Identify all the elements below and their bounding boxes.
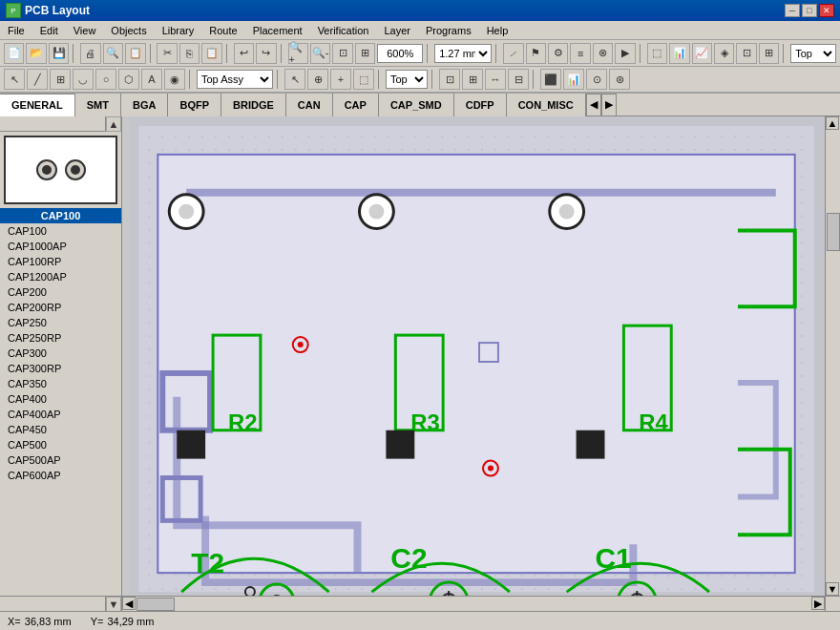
unit-dropdown[interactable]: 1.27 mm 0.635 mm 1.00 mm [434,44,492,63]
menu-edit[interactable]: Edit [32,23,66,38]
menu-route[interactable]: Route [201,23,244,38]
h-scroll-thumb[interactable] [136,598,175,611]
list-item[interactable]: CAP1200AP [0,269,121,284]
scroll-down-button[interactable]: ▼ [826,582,839,596]
arc-button[interactable]: ◡ [73,69,94,90]
menu-objects[interactable]: Objects [103,23,154,38]
poly-button[interactable]: ⬡ [118,69,139,90]
move-button[interactable]: ⊕ [307,69,328,90]
tab-bqfp[interactable]: BQFP [168,94,221,116]
stats-button[interactable]: 📊 [669,43,689,64]
list-item[interactable]: CAP300RP [0,361,121,376]
list-item[interactable]: CAP200 [0,284,121,300]
snap-button[interactable]: ⊡ [439,69,460,90]
list-item[interactable]: CAP100 [0,223,121,239]
tab-scroll-left[interactable]: ◀ [586,94,601,116]
gerber-button[interactable]: ⊞ [759,43,779,64]
menu-placement[interactable]: Placement [245,23,310,38]
list-item[interactable]: CAP350 [0,376,121,391]
design-button[interactable]: ⚙ [548,43,568,64]
scroll-left-button[interactable]: ◀ [122,597,136,610]
maximize-button[interactable]: □ [802,4,817,17]
zoom-out-button[interactable]: 🔍- [310,43,330,64]
open-button[interactable]: 📂 [26,43,46,64]
drc-button[interactable]: ⚑ [526,43,546,64]
symbol-button[interactable]: ◉ [164,69,185,90]
redo-button[interactable]: ↪ [256,43,276,64]
menu-verification[interactable]: Verification [310,23,377,38]
menu-file[interactable]: File [0,23,32,38]
h-scrollbar[interactable]: ◀ ▶ [122,596,825,611]
list-item[interactable]: CAP100RP [0,254,121,269]
component-list[interactable]: CAP100 CAP1000AP CAP100RP CAP1200AP CAP2… [0,223,121,596]
new-button[interactable]: 📄 [4,43,24,64]
preview-button[interactable]: 🔍 [103,43,123,64]
select-button[interactable]: ↖ [4,69,25,90]
tab-cap-smd[interactable]: CAP_SMD [379,94,454,116]
menu-layer[interactable]: Layer [376,23,418,38]
panel-scroll-down[interactable]: ▼ [106,597,121,611]
cross-button[interactable]: + [330,69,351,90]
minimize-button[interactable]: ─ [785,4,800,17]
paste-button[interactable]: 📋 [201,43,221,64]
netlist-button[interactable]: ≡ [570,43,590,64]
dxf-button[interactable]: ⊡ [736,43,756,64]
list-item[interactable]: CAP250 [0,315,121,330]
tab-con-misc[interactable]: CON_MISC [507,94,586,116]
menu-help[interactable]: Help [479,23,516,38]
tab-general[interactable]: GENERAL [0,94,75,116]
tab-smt[interactable]: SMT [75,94,121,116]
cursor-button[interactable]: ↖ [284,69,305,90]
list-item[interactable]: CAP300 [0,346,121,361]
comp-place-button[interactable]: ⬚ [353,69,374,90]
route-button[interactable]: ⟋ [503,43,523,64]
chart-button[interactable]: 📈 [692,43,712,64]
save-button[interactable]: 💾 [49,43,69,64]
scroll-right-button[interactable]: ▶ [811,597,825,610]
table-button[interactable]: ⊟ [508,69,529,90]
tab-cdfp[interactable]: CDFP [454,94,507,116]
scroll-up-button[interactable]: ▲ [826,116,839,130]
list-item[interactable]: CAP450 [0,422,121,437]
list-item[interactable]: CAP600AP [0,468,121,483]
v-scroll-thumb[interactable] [827,213,840,251]
auto-button[interactable]: ▶ [615,43,635,64]
circle-button[interactable]: ○ [95,69,116,90]
list-item[interactable]: CAP500AP [0,452,121,468]
undo-button[interactable]: ↩ [234,43,254,64]
layer-top-dropdown[interactable]: Top Bottom [790,44,836,63]
tab-can[interactable]: CAN [286,94,333,116]
net-button[interactable]: ⊛ [609,69,630,90]
board-button[interactable]: ⬚ [647,43,667,64]
view-layer-dropdown[interactable]: Top Bottom [386,70,428,89]
list-item[interactable]: CAP200RP [0,300,121,315]
3d-button[interactable]: ◈ [714,43,734,64]
page-button[interactable]: 📋 [125,43,145,64]
menu-library[interactable]: Library [155,23,202,38]
zoom-fit-button[interactable]: ⊡ [332,43,352,64]
tab-scroll-right[interactable]: ▶ [601,94,617,116]
list-item[interactable]: CAP1000AP [0,239,121,254]
print-button[interactable]: 🖨 [80,43,100,64]
menu-view[interactable]: View [66,23,104,38]
tab-bga[interactable]: BGA [121,94,168,116]
line-button[interactable]: ╱ [27,69,48,90]
pcb-area[interactable]: R2 R3 R4 [122,116,840,611]
hist-button[interactable]: 📊 [563,69,584,90]
v-scrollbar[interactable]: ▲ ▼ [825,116,840,596]
menu-programs[interactable]: Programs [418,23,479,38]
fanout-button[interactable]: ⊗ [593,43,613,64]
close-button[interactable]: ✕ [819,4,834,17]
list-item[interactable]: CAP500 [0,437,121,452]
layer-assy-dropdown[interactable]: Top Assy Bottom Assy [197,70,273,89]
zoom-area-button[interactable]: ⊞ [355,43,375,64]
tab-cap[interactable]: CAP [333,94,379,116]
copy-button[interactable]: ⎘ [179,43,200,64]
grid-button[interactable]: ⊞ [462,69,483,90]
tab-bridge[interactable]: BRIDGE [221,94,286,116]
trace-button[interactable]: ⊞ [50,69,71,90]
bar-button[interactable]: ⬛ [540,69,561,90]
panel-scroll-up[interactable]: ▲ [106,116,121,132]
zoom-input[interactable] [377,44,423,63]
zoom-in-button[interactable]: 🔍+ [288,43,308,64]
